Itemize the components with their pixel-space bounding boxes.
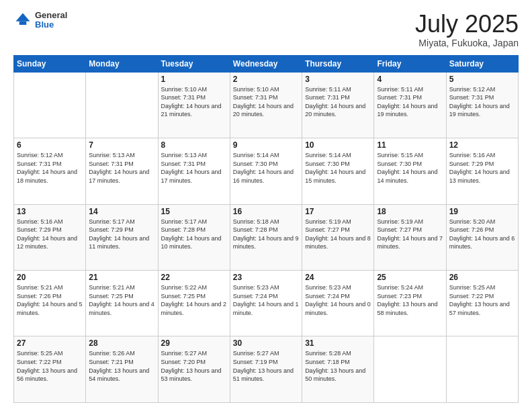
day-number: 4 xyxy=(377,75,443,84)
calendar-week-1: 1Sunrise: 5:10 AMSunset: 7:31 PMDaylight… xyxy=(14,72,519,138)
calendar-cell: 6Sunrise: 5:12 AMSunset: 7:31 PMDaylight… xyxy=(14,138,86,204)
calendar-cell: 31Sunrise: 5:28 AMSunset: 7:18 PMDayligh… xyxy=(302,336,374,403)
calendar-cell: 22Sunrise: 5:22 AMSunset: 7:25 PMDayligh… xyxy=(158,271,230,336)
calendar-cell: 25Sunrise: 5:24 AMSunset: 7:23 PMDayligh… xyxy=(374,271,446,336)
day-info: Sunrise: 5:14 AMSunset: 7:30 PMDaylight:… xyxy=(233,151,299,185)
calendar-cell: 17Sunrise: 5:19 AMSunset: 7:27 PMDayligh… xyxy=(302,204,374,270)
weekday-header-saturday: Saturday xyxy=(446,55,518,72)
day-info: Sunrise: 5:12 AMSunset: 7:31 PMDaylight:… xyxy=(17,151,83,185)
logo-icon xyxy=(13,11,32,30)
calendar-cell: 3Sunrise: 5:11 AMSunset: 7:31 PMDaylight… xyxy=(302,72,374,138)
calendar-cell: 30Sunrise: 5:27 AMSunset: 7:19 PMDayligh… xyxy=(230,336,302,403)
day-number: 15 xyxy=(161,207,227,216)
day-number: 16 xyxy=(233,207,299,216)
day-info: Sunrise: 5:23 AMSunset: 7:24 PMDaylight:… xyxy=(305,283,371,317)
day-number: 17 xyxy=(305,207,371,216)
calendar-week-5: 27Sunrise: 5:25 AMSunset: 7:22 PMDayligh… xyxy=(14,336,519,403)
day-number: 20 xyxy=(17,273,83,282)
day-info: Sunrise: 5:16 AMSunset: 7:29 PMDaylight:… xyxy=(17,218,83,251)
day-info: Sunrise: 5:27 AMSunset: 7:19 PMDaylight:… xyxy=(233,349,299,383)
day-number: 5 xyxy=(449,75,515,84)
day-info: Sunrise: 5:25 AMSunset: 7:22 PMDaylight:… xyxy=(17,349,83,383)
day-number: 3 xyxy=(305,75,371,84)
calendar-cell xyxy=(86,72,158,138)
day-info: Sunrise: 5:14 AMSunset: 7:30 PMDaylight:… xyxy=(305,151,371,185)
day-info: Sunrise: 5:20 AMSunset: 7:26 PMDaylight:… xyxy=(449,218,515,251)
calendar-cell: 4Sunrise: 5:11 AMSunset: 7:31 PMDaylight… xyxy=(374,72,446,138)
day-number: 24 xyxy=(305,273,371,282)
day-number: 8 xyxy=(161,140,227,150)
calendar-cell: 5Sunrise: 5:12 AMSunset: 7:31 PMDaylight… xyxy=(446,72,518,138)
day-number: 25 xyxy=(377,273,443,282)
calendar-cell: 13Sunrise: 5:16 AMSunset: 7:29 PMDayligh… xyxy=(14,204,86,270)
day-number: 12 xyxy=(449,140,515,150)
day-number: 27 xyxy=(17,338,83,348)
calendar-cell: 8Sunrise: 5:13 AMSunset: 7:31 PMDaylight… xyxy=(158,138,230,204)
calendar-cell: 23Sunrise: 5:23 AMSunset: 7:24 PMDayligh… xyxy=(230,271,302,336)
day-info: Sunrise: 5:19 AMSunset: 7:27 PMDaylight:… xyxy=(305,218,371,251)
calendar-cell: 29Sunrise: 5:27 AMSunset: 7:20 PMDayligh… xyxy=(158,336,230,403)
calendar-cell: 20Sunrise: 5:21 AMSunset: 7:26 PMDayligh… xyxy=(14,271,86,336)
logo-text: General Blue xyxy=(35,11,67,30)
day-number: 9 xyxy=(233,140,299,150)
day-number: 11 xyxy=(377,140,443,150)
calendar-week-4: 20Sunrise: 5:21 AMSunset: 7:26 PMDayligh… xyxy=(14,271,519,336)
day-number: 26 xyxy=(449,273,515,282)
page: General Blue July 2025 Miyata, Fukuoka, … xyxy=(0,0,532,411)
calendar-week-3: 13Sunrise: 5:16 AMSunset: 7:29 PMDayligh… xyxy=(14,204,519,270)
calendar-cell: 14Sunrise: 5:17 AMSunset: 7:29 PMDayligh… xyxy=(86,204,158,270)
calendar-cell: 11Sunrise: 5:15 AMSunset: 7:30 PMDayligh… xyxy=(374,138,446,204)
calendar-week-2: 6Sunrise: 5:12 AMSunset: 7:31 PMDaylight… xyxy=(14,138,519,204)
main-title: July 2025 xyxy=(415,11,519,38)
day-number: 31 xyxy=(305,338,371,348)
header: General Blue July 2025 Miyata, Fukuoka, … xyxy=(13,11,519,48)
weekday-header-friday: Friday xyxy=(374,55,446,72)
calendar-cell: 15Sunrise: 5:17 AMSunset: 7:28 PMDayligh… xyxy=(158,204,230,270)
day-number: 30 xyxy=(233,338,299,348)
calendar-cell: 7Sunrise: 5:13 AMSunset: 7:31 PMDaylight… xyxy=(86,138,158,204)
day-number: 6 xyxy=(17,140,83,150)
calendar-cell: 28Sunrise: 5:26 AMSunset: 7:21 PMDayligh… xyxy=(86,336,158,403)
day-info: Sunrise: 5:10 AMSunset: 7:31 PMDaylight:… xyxy=(233,85,299,119)
day-info: Sunrise: 5:18 AMSunset: 7:28 PMDaylight:… xyxy=(233,218,299,251)
calendar-cell: 9Sunrise: 5:14 AMSunset: 7:30 PMDaylight… xyxy=(230,138,302,204)
weekday-header-tuesday: Tuesday xyxy=(158,55,230,72)
calendar-cell: 27Sunrise: 5:25 AMSunset: 7:22 PMDayligh… xyxy=(14,336,86,403)
title-block: July 2025 Miyata, Fukuoka, Japan xyxy=(415,11,519,48)
day-number: 21 xyxy=(89,273,154,282)
calendar-cell: 26Sunrise: 5:25 AMSunset: 7:22 PMDayligh… xyxy=(446,271,518,336)
day-info: Sunrise: 5:12 AMSunset: 7:31 PMDaylight:… xyxy=(449,85,515,119)
day-info: Sunrise: 5:21 AMSunset: 7:26 PMDaylight:… xyxy=(17,283,83,317)
calendar-cell: 19Sunrise: 5:20 AMSunset: 7:26 PMDayligh… xyxy=(446,204,518,270)
day-info: Sunrise: 5:19 AMSunset: 7:27 PMDaylight:… xyxy=(377,218,443,251)
calendar-cell: 10Sunrise: 5:14 AMSunset: 7:30 PMDayligh… xyxy=(302,138,374,204)
day-info: Sunrise: 5:16 AMSunset: 7:29 PMDaylight:… xyxy=(449,151,515,185)
day-number: 23 xyxy=(233,273,299,282)
day-info: Sunrise: 5:27 AMSunset: 7:20 PMDaylight:… xyxy=(161,349,227,383)
day-number: 1 xyxy=(161,75,227,84)
day-info: Sunrise: 5:22 AMSunset: 7:25 PMDaylight:… xyxy=(161,283,227,317)
calendar-cell: 16Sunrise: 5:18 AMSunset: 7:28 PMDayligh… xyxy=(230,204,302,270)
day-number: 14 xyxy=(89,207,154,216)
logo-general: General xyxy=(35,11,67,20)
day-info: Sunrise: 5:11 AMSunset: 7:31 PMDaylight:… xyxy=(305,85,371,119)
calendar-cell: 21Sunrise: 5:21 AMSunset: 7:25 PMDayligh… xyxy=(86,271,158,336)
day-info: Sunrise: 5:15 AMSunset: 7:30 PMDaylight:… xyxy=(377,151,443,185)
day-number: 18 xyxy=(377,207,443,216)
calendar-cell: 1Sunrise: 5:10 AMSunset: 7:31 PMDaylight… xyxy=(158,72,230,138)
calendar-cell xyxy=(14,72,86,138)
calendar-table: SundayMondayTuesdayWednesdayThursdayFrid… xyxy=(13,55,519,403)
calendar-cell: 24Sunrise: 5:23 AMSunset: 7:24 PMDayligh… xyxy=(302,271,374,336)
day-number: 28 xyxy=(89,338,154,348)
day-info: Sunrise: 5:10 AMSunset: 7:31 PMDaylight:… xyxy=(161,85,227,119)
day-number: 2 xyxy=(233,75,299,84)
day-info: Sunrise: 5:26 AMSunset: 7:21 PMDaylight:… xyxy=(89,349,154,383)
day-info: Sunrise: 5:24 AMSunset: 7:23 PMDaylight:… xyxy=(377,283,443,317)
logo-blue: Blue xyxy=(35,20,67,30)
day-info: Sunrise: 5:13 AMSunset: 7:31 PMDaylight:… xyxy=(89,151,154,185)
weekday-header-sunday: Sunday xyxy=(14,55,86,72)
day-info: Sunrise: 5:21 AMSunset: 7:25 PMDaylight:… xyxy=(89,283,154,317)
day-info: Sunrise: 5:11 AMSunset: 7:31 PMDaylight:… xyxy=(377,85,443,119)
day-number: 19 xyxy=(449,207,515,216)
day-info: Sunrise: 5:17 AMSunset: 7:28 PMDaylight:… xyxy=(161,218,227,251)
